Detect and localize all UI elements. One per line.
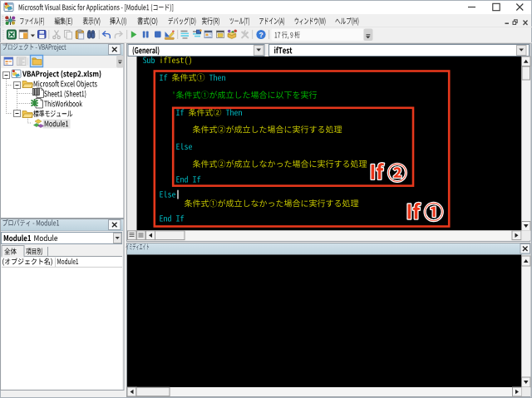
svg-text:?: ? bbox=[259, 31, 263, 39]
